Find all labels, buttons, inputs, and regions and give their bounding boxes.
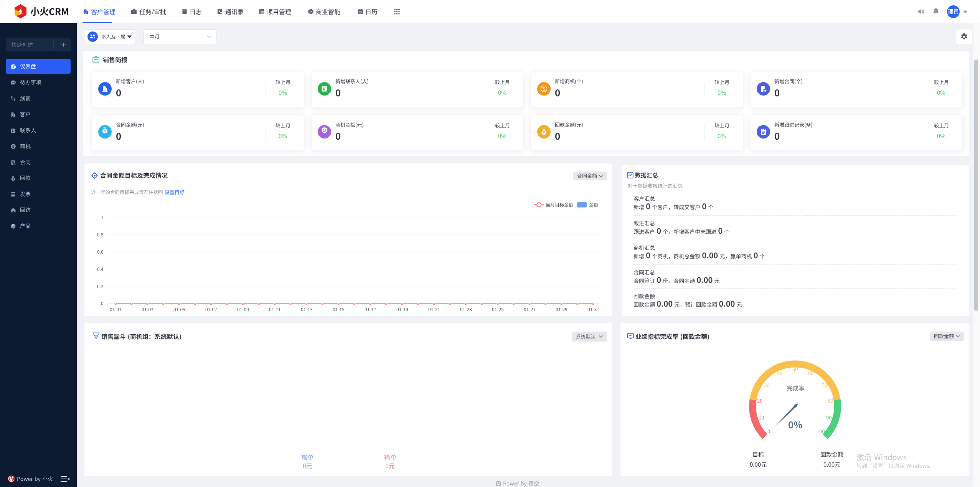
svg-text:$: $ — [543, 86, 545, 92]
svg-text:¥: ¥ — [13, 178, 14, 180]
svg-text:¥: ¥ — [543, 130, 545, 134]
svg-text:¥: ¥ — [104, 129, 106, 133]
svg-text:$: $ — [12, 144, 15, 149]
